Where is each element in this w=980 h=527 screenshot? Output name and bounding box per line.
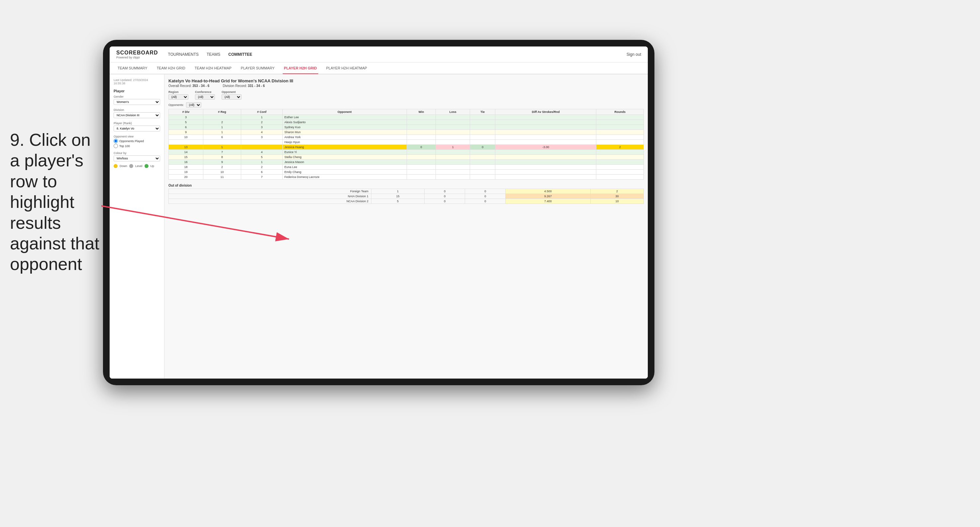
col-conf: # Conf bbox=[241, 109, 283, 115]
tab-team-h2h-heatmap[interactable]: TEAM H2H HEATMAP bbox=[193, 63, 233, 74]
nav-committee[interactable]: COMMITTEE bbox=[228, 51, 252, 58]
col-reg: # Reg bbox=[203, 109, 241, 115]
legend-down-label: Down bbox=[119, 164, 127, 168]
grid-records: Overall Record: 353 - 34 - 6 Division Re… bbox=[169, 84, 644, 88]
sidebar: Last Updated: 27/03/2024 16:55:38 Player… bbox=[110, 75, 164, 379]
opponent-filter-group: Opponent (All) bbox=[221, 90, 242, 100]
gender-label: Gender bbox=[114, 95, 160, 98]
sub-nav: TEAM SUMMARY TEAM H2H GRID TEAM H2H HEAT… bbox=[110, 62, 648, 75]
division-label: Division bbox=[114, 108, 160, 111]
conference-filter-select[interactable]: (All) bbox=[195, 94, 215, 100]
col-loss: Loss bbox=[436, 109, 470, 115]
division-field: Division NCAA Division III bbox=[114, 108, 160, 118]
legend-up-label: Up bbox=[151, 164, 154, 168]
tab-team-summary[interactable]: TEAM SUMMARY bbox=[116, 63, 149, 74]
overall-record: Overall Record: 353 - 34 - 6 bbox=[169, 84, 209, 88]
opponents-filter-select[interactable]: (All) bbox=[186, 102, 201, 108]
table-row[interactable]: 10 6 3 Andrea York bbox=[169, 135, 644, 140]
region-filter-group: Region (All) bbox=[169, 90, 188, 100]
tab-player-h2h-heatmap[interactable]: PLAYER H2H HEATMAP bbox=[325, 63, 368, 74]
tablet-screen: SCOREBOARD Powered by clippi TOURNAMENTS… bbox=[110, 46, 648, 379]
tab-player-h2h-grid[interactable]: PLAYER H2H GRID bbox=[283, 63, 318, 74]
tablet-device: SCOREBOARD Powered by clippi TOURNAMENTS… bbox=[103, 40, 654, 385]
filters-row: Region (All) Conference (All) Opponent bbox=[169, 90, 644, 100]
top-nav: SCOREBOARD Powered by clippi TOURNAMENTS… bbox=[110, 46, 648, 62]
col-opponent: Opponent bbox=[282, 109, 407, 115]
nav-teams[interactable]: TEAMS bbox=[207, 51, 220, 58]
legend-down-dot bbox=[114, 164, 118, 168]
table-row[interactable]: 18 2 2 Euna Lee bbox=[169, 165, 644, 170]
legend-level-dot bbox=[129, 164, 133, 168]
table-row[interactable]: Heejo Hyun bbox=[169, 140, 644, 145]
data-area: Katelyn Vo Head-to-Head Grid for Women's… bbox=[164, 75, 648, 379]
annotation-text: 9. Click on a player's row to highlight … bbox=[10, 130, 100, 275]
table-row[interactable]: 19 10 6 Emily Chang bbox=[169, 170, 644, 175]
nav-links: TOURNAMENTS TEAMS COMMITTEE bbox=[168, 51, 627, 58]
table-row[interactable]: 3 1 Esther Lee bbox=[169, 115, 644, 120]
logo: SCOREBOARD Powered by clippi bbox=[116, 50, 158, 59]
sign-out-button[interactable]: Sign out bbox=[627, 52, 641, 57]
table-row[interactable]: 9 1 4 Sharon Mun bbox=[169, 130, 644, 135]
player-rank-select[interactable]: 8. Katelyn Vo bbox=[114, 125, 160, 132]
table-row[interactable]: 20 11 7 Federica Domecq Lacroze bbox=[169, 175, 644, 179]
tab-team-h2h-grid[interactable]: TEAM H2H GRID bbox=[156, 63, 187, 74]
division-record: Division Record: 331 - 34 - 6 bbox=[223, 84, 265, 88]
last-updated: Last Updated: 27/03/2024 16:55:38 bbox=[114, 78, 160, 85]
opponent-filter-label: Opponent bbox=[221, 90, 242, 94]
table-row[interactable]: 5 2 2 Alexis Sudjianto bbox=[169, 120, 644, 125]
table-row[interactable]: 14 7 4 Eunice Yi bbox=[169, 150, 644, 155]
col-rounds: Rounds bbox=[596, 109, 644, 115]
out-of-division-table: Foreign Team 1 0 0 4.500 2 NAIA Division… bbox=[169, 189, 644, 204]
main-content: Last Updated: 27/03/2024 16:55:38 Player… bbox=[110, 75, 648, 379]
colour-by-select[interactable]: Win/loss bbox=[114, 156, 160, 161]
ood-table-row[interactable]: NAIA Division 1 15 0 0 9.267 30 bbox=[169, 194, 644, 199]
tab-player-summary[interactable]: PLAYER SUMMARY bbox=[240, 63, 276, 74]
grid-header: Katelyn Vo Head-to-Head Grid for Women's… bbox=[169, 78, 644, 88]
region-label: Region bbox=[169, 90, 188, 94]
ood-table-row[interactable]: NCAA Division 2 5 0 0 7.400 10 bbox=[169, 199, 644, 204]
gender-select[interactable]: Women's bbox=[114, 99, 160, 105]
col-diff: Diff Av Strokes/Rnd bbox=[495, 109, 596, 115]
region-filter-select[interactable]: (All) bbox=[169, 94, 188, 100]
player-rank-label: Player (Rank) bbox=[114, 122, 160, 125]
opponent-filter-select[interactable]: (All) bbox=[221, 94, 242, 100]
table-row[interactable]: 13 1 Jessica Huang 0 1 0 -3.00 2 bbox=[169, 145, 644, 150]
out-of-division-title: Out of division bbox=[169, 184, 644, 187]
radio-top100[interactable]: Top 100 bbox=[114, 144, 160, 148]
opponents-filter-row: Opponents: (All) bbox=[169, 102, 644, 108]
conference-filter-group: Conference (All) bbox=[195, 90, 215, 100]
legend: Down Level Up bbox=[114, 164, 160, 168]
opponent-view-label: Opponent view bbox=[114, 135, 160, 138]
colour-by-field: Colour by Win/loss bbox=[114, 151, 160, 161]
colour-by-label: Colour by bbox=[114, 151, 160, 155]
col-tie: Tie bbox=[470, 109, 495, 115]
table-row[interactable]: 16 9 1 Jessica Mason bbox=[169, 160, 644, 165]
nav-tournaments[interactable]: TOURNAMENTS bbox=[168, 51, 199, 58]
logo-title: SCOREBOARD bbox=[116, 50, 158, 56]
division-select[interactable]: NCAA Division III bbox=[114, 112, 160, 118]
h2h-table: # Div # Reg # Conf Opponent Win Loss Tie… bbox=[169, 109, 644, 179]
player-section-title: Player bbox=[114, 89, 160, 93]
gender-field: Gender Women's bbox=[114, 95, 160, 105]
col-div: # Div bbox=[169, 109, 203, 115]
table-row[interactable]: 15 8 5 Stella Cheng bbox=[169, 155, 644, 160]
radio-opponents-played[interactable]: Opponents Played bbox=[114, 139, 160, 143]
logo-sub: Powered by clippi bbox=[116, 56, 158, 59]
out-of-division: Out of division Foreign Team 1 0 0 4.500… bbox=[169, 184, 644, 204]
conference-label: Conference bbox=[195, 90, 215, 94]
col-win: Win bbox=[407, 109, 436, 115]
table-row[interactable]: 6 1 3 Sydney Kuo bbox=[169, 125, 644, 130]
legend-up-dot bbox=[145, 164, 148, 168]
player-rank-field: Player (Rank) 8. Katelyn Vo bbox=[114, 122, 160, 132]
legend-level-label: Level bbox=[135, 164, 143, 168]
grid-title: Katelyn Vo Head-to-Head Grid for Women's… bbox=[169, 78, 644, 83]
opponent-view: Opponent view Opponents Played Top 100 bbox=[114, 135, 160, 148]
ood-table-row[interactable]: Foreign Team 1 0 0 4.500 2 bbox=[169, 189, 644, 194]
